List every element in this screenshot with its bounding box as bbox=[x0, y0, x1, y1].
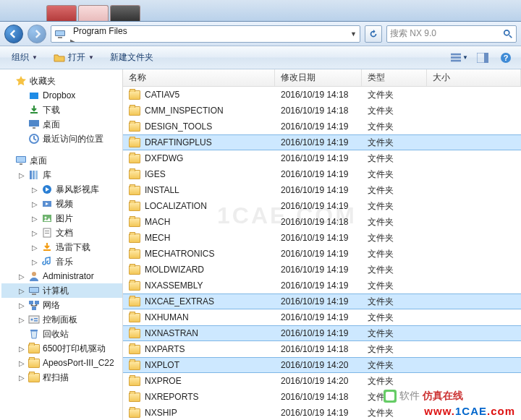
folder-icon bbox=[129, 233, 140, 243]
col-name[interactable]: 名称 bbox=[123, 69, 275, 86]
tree-folder-item[interactable]: ▷6500打印机驱动 bbox=[1, 341, 122, 356]
favorite-item[interactable]: Dropbox bbox=[1, 88, 122, 103]
file-row[interactable]: MECH2016/10/19 14:19文件夹 bbox=[123, 230, 521, 246]
svg-rect-32 bbox=[32, 293, 36, 295]
file-row[interactable]: NXPROE2016/10/19 14:20文件夹 bbox=[123, 373, 521, 389]
folder-icon bbox=[129, 265, 140, 275]
folder-icon bbox=[28, 373, 40, 382]
file-row[interactable]: INSTALL2016/10/19 14:19文件夹 bbox=[123, 182, 521, 198]
folder-icon bbox=[129, 186, 140, 195]
svg-rect-17 bbox=[20, 163, 22, 165]
file-row[interactable]: MOLDWIZARD2016/10/19 14:19文件夹 bbox=[123, 262, 521, 278]
favorite-item[interactable]: 下载 bbox=[1, 103, 122, 117]
folder-icon bbox=[129, 218, 140, 227]
libraries-node[interactable]: ▷ 库 bbox=[1, 168, 122, 182]
file-row[interactable]: DRAFTINGPLUS2016/10/19 14:19文件夹 bbox=[123, 134, 521, 150]
lib-icon bbox=[41, 213, 53, 224]
refresh-button[interactable] bbox=[365, 25, 382, 43]
file-row[interactable]: CATIAV52016/10/19 14:18文件夹 bbox=[123, 87, 521, 103]
library-item[interactable]: ▷图片 bbox=[1, 211, 122, 226]
folder-icon bbox=[129, 297, 140, 307]
svg-rect-6 bbox=[451, 59, 461, 61]
svg-point-24 bbox=[45, 217, 47, 219]
favorites-group[interactable]: 收藏夹 bbox=[1, 74, 122, 88]
nav-back-button[interactable] bbox=[4, 25, 23, 43]
svg-rect-36 bbox=[29, 316, 39, 323]
recycle-icon bbox=[28, 328, 40, 340]
breadcrumb-segment[interactable]: Program Files bbox=[69, 26, 132, 36]
file-row[interactable]: NXNASTRAN2016/10/19 14:19文件夹 bbox=[123, 325, 521, 341]
folder-icon bbox=[129, 329, 140, 338]
folder-icon bbox=[28, 344, 40, 353]
col-size[interactable]: 大小 bbox=[427, 69, 521, 86]
file-row[interactable]: NXPARTS2016/10/19 14:18文件夹 bbox=[123, 341, 521, 357]
folder-icon bbox=[129, 408, 140, 418]
recycle-bin-node[interactable]: 回收站 bbox=[1, 327, 122, 341]
svg-rect-13 bbox=[33, 127, 35, 129]
svg-rect-4 bbox=[451, 53, 461, 55]
folder-icon bbox=[129, 281, 140, 291]
file-row[interactable]: NXPLOT2016/10/19 14:20文件夹 bbox=[123, 357, 521, 373]
file-row[interactable]: NXHUMAN2016/10/19 14:19文件夹 bbox=[123, 309, 521, 325]
tree-folder-item[interactable]: ▷ApeosPort-III_C22 bbox=[1, 356, 122, 370]
lib-icon bbox=[41, 227, 53, 239]
library-item[interactable]: ▷迅雷下载 bbox=[1, 240, 122, 254]
file-row[interactable]: DXFDWG2016/10/19 14:19文件夹 bbox=[123, 150, 521, 166]
search-input[interactable]: 搜索 NX 9.0 bbox=[386, 25, 517, 43]
library-item[interactable]: ▷暴风影视库 bbox=[1, 182, 122, 197]
computer-icon bbox=[28, 285, 40, 296]
breadcrumb-path[interactable]: 计算机▶本地磁盘 (E:)▶Program Files▶Siemens▶NX 9… bbox=[51, 25, 360, 43]
administrator-node[interactable]: ▷ Administrator bbox=[1, 269, 122, 283]
file-list[interactable]: 名称 修改日期 类型 大小 CATIAV52016/10/19 14:18文件夹… bbox=[123, 69, 521, 420]
nav-forward-button[interactable] bbox=[27, 25, 46, 43]
svg-rect-26 bbox=[45, 231, 49, 231]
favorite-item[interactable]: 最近访问的位置 bbox=[1, 132, 122, 146]
library-item[interactable]: ▷音乐 bbox=[1, 254, 122, 269]
favorite-item[interactable]: 桌面 bbox=[1, 117, 122, 132]
search-placeholder: 搜索 NX 9.0 bbox=[390, 27, 436, 40]
file-row[interactable]: IGES2016/10/19 14:19文件夹 bbox=[123, 166, 521, 182]
navigation-tree[interactable]: 收藏夹 Dropbox下载桌面最近访问的位置 桌面 ▷ 库 ▷暴风影视库▷视频▷… bbox=[0, 69, 123, 420]
preview-pane-button[interactable] bbox=[473, 50, 492, 66]
network-icon bbox=[28, 299, 40, 311]
watermark-url: www.1CAE.com bbox=[424, 405, 515, 417]
network-node[interactable]: ▷ 网络 bbox=[1, 298, 122, 312]
fav-icon bbox=[28, 90, 40, 101]
svg-rect-35 bbox=[32, 307, 36, 310]
svg-rect-34 bbox=[35, 301, 39, 304]
tree-folder-item[interactable]: ▷程扫描 bbox=[1, 370, 122, 385]
file-row[interactable]: DESIGN_TOOLS2016/10/19 14:19文件夹 bbox=[123, 119, 521, 134]
computer-node[interactable]: ▷ 计算机 bbox=[1, 283, 122, 298]
library-item[interactable]: ▷视频 bbox=[1, 197, 122, 211]
desktop-group[interactable]: 桌面 bbox=[1, 153, 122, 168]
open-menu[interactable]: 打开▼ bbox=[48, 49, 100, 66]
file-row[interactable]: MECHATRONICS2016/10/19 14:19文件夹 bbox=[123, 246, 521, 262]
file-row[interactable]: CMM_INSPECTION2016/10/19 14:18文件夹 bbox=[123, 103, 521, 119]
column-headers[interactable]: 名称 修改日期 类型 大小 bbox=[123, 69, 521, 87]
fav-icon bbox=[28, 119, 40, 130]
library-item[interactable]: ▷文档 bbox=[1, 226, 122, 240]
lib-icon bbox=[41, 256, 53, 267]
lib-icon bbox=[41, 184, 53, 195]
new-folder-button[interactable]: 新建文件夹 bbox=[104, 49, 159, 66]
lib-icon bbox=[41, 198, 53, 210]
svg-rect-1 bbox=[56, 31, 64, 35]
col-date[interactable]: 修改日期 bbox=[275, 69, 362, 86]
view-options-button[interactable]: ▼ bbox=[450, 50, 469, 66]
organize-menu[interactable]: 组织▼ bbox=[6, 49, 43, 66]
file-row[interactable]: MACH2016/10/19 14:18文件夹 bbox=[123, 214, 521, 230]
file-row[interactable]: NXCAE_EXTRAS2016/10/19 14:19文件夹 bbox=[123, 293, 521, 309]
svg-rect-39 bbox=[34, 320, 38, 322]
fav-icon bbox=[28, 104, 40, 116]
folder-icon bbox=[129, 106, 140, 116]
file-row[interactable]: NXASSEMBLY2016/10/19 14:19文件夹 bbox=[123, 278, 521, 293]
col-type[interactable]: 类型 bbox=[362, 69, 427, 86]
svg-rect-38 bbox=[34, 318, 38, 320]
open-folder-icon bbox=[54, 52, 65, 64]
file-row[interactable]: LOCALIZATION2016/10/19 14:19文件夹 bbox=[123, 198, 521, 214]
control-panel-node[interactable]: ▷ 控制面板 bbox=[1, 312, 122, 327]
svg-rect-11 bbox=[30, 93, 38, 99]
help-button[interactable]: ? bbox=[496, 50, 515, 66]
folder-icon bbox=[129, 393, 140, 402]
svg-point-29 bbox=[32, 272, 36, 276]
